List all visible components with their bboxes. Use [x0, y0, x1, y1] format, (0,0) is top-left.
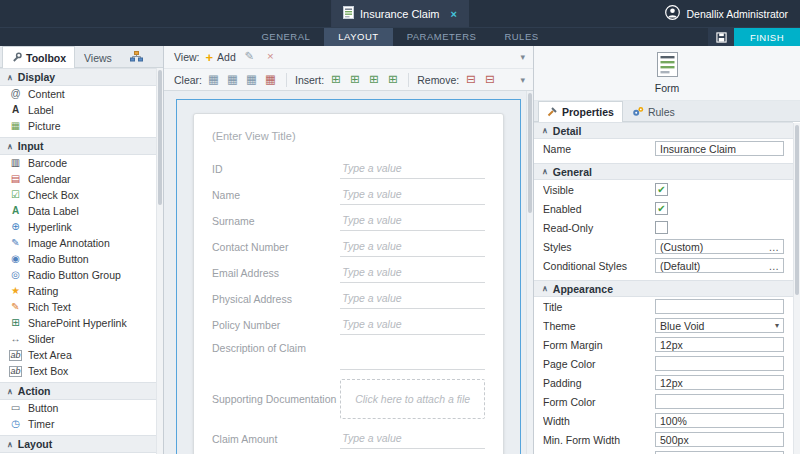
property-label: Theme	[543, 320, 649, 332]
page-color-input[interactable]	[655, 356, 784, 371]
toolbox-item-rating[interactable]: ★Rating	[0, 283, 156, 299]
min-form-width-input[interactable]: 500px	[655, 432, 784, 447]
toolbox-item-calendar[interactable]: ▤Calendar	[0, 171, 156, 187]
width-input[interactable]: 100%	[655, 413, 784, 428]
policy-number-input[interactable]: Type a value	[340, 316, 485, 335]
collapse-icon: ∧	[542, 126, 548, 135]
scrollbar-thumb[interactable]	[528, 93, 532, 213]
theme-select[interactable]: Blue Void▾	[655, 318, 784, 333]
toolbar-overflow-icon[interactable]: ▾	[520, 52, 525, 62]
toolbar-overflow-icon[interactable]: ▾	[520, 75, 525, 85]
clear-row-icon[interactable]: ▦	[206, 74, 221, 86]
toolbox-item-image-annotation[interactable]: ✎Image Annotation	[0, 235, 156, 251]
timer-icon: ◷	[9, 419, 22, 429]
toolbox-item-data-label[interactable]: AData Label	[0, 203, 156, 219]
scrollbar-thumb[interactable]	[795, 125, 799, 295]
nav-tab-general[interactable]: GENERAL	[247, 28, 324, 46]
attachment-dropzone[interactable]: Click here to attach a file	[340, 379, 485, 419]
tab-toolbox[interactable]: Toolbox	[2, 46, 75, 68]
clear-column-icon[interactable]: ▦	[225, 74, 240, 86]
toolbox-item-slider[interactable]: ↔Slider	[0, 331, 156, 347]
form-preview[interactable]: (Enter View Title) IDType a valueNameTyp…	[193, 113, 504, 454]
surname-input[interactable]: Type a value	[340, 212, 485, 231]
toolbox-item-barcode[interactable]: ▥Barcode	[0, 155, 156, 171]
radio-button-icon: ◉	[9, 254, 22, 264]
property-label: Width	[543, 415, 649, 427]
scrollbar-thumb[interactable]	[158, 70, 162, 205]
nav-tab-parameters[interactable]: PARAMETERS	[393, 28, 491, 46]
physical-address-input[interactable]: Type a value	[340, 290, 485, 309]
clear-cell-icon[interactable]: ▦	[244, 74, 259, 86]
id-input[interactable]: Type a value	[340, 160, 485, 179]
document-tab[interactable]: Insurance Claim ×	[331, 0, 469, 27]
enabled-checkbox[interactable]: ✔	[655, 202, 668, 215]
remove-column-icon[interactable]: ⊟	[482, 74, 497, 86]
padding-input[interactable]: 12px	[655, 375, 784, 390]
toolbox-item-label[interactable]: ALabel	[0, 102, 156, 118]
styles-input[interactable]: (Custom)…	[655, 239, 784, 254]
properties-section-appearance[interactable]: ∧Appearance	[534, 280, 793, 297]
remove-row-icon[interactable]: ⊟	[463, 74, 478, 86]
tab-hierarchy[interactable]	[121, 46, 152, 68]
toolbox-item-rich-text[interactable]: ✎Rich Text	[0, 299, 156, 315]
finish-button[interactable]: FINISH	[734, 28, 800, 47]
tab-rules[interactable]: Rules	[623, 101, 684, 122]
toolbox-item-picture[interactable]: ▦Picture	[0, 118, 156, 134]
insert-row-below-icon[interactable]: ⊞	[347, 74, 362, 86]
property-row-styles: Styles(Custom)…	[534, 237, 793, 256]
read-only-checkbox[interactable]	[655, 221, 668, 234]
toolbox-item-check-box[interactable]: ☑Check Box	[0, 187, 156, 203]
section-title: Layout	[18, 438, 52, 450]
description-of-claim-input[interactable]	[340, 342, 485, 370]
toolbox-section-action[interactable]: ∧Action	[0, 382, 156, 400]
toolbox-item-button[interactable]: ▭Button	[0, 400, 156, 416]
properties-section-detail[interactable]: ∧Detail	[534, 122, 793, 139]
contact-number-input[interactable]: Type a value	[340, 238, 485, 257]
visible-checkbox[interactable]: ✔	[655, 183, 668, 196]
toolbox-scrollbar[interactable]	[156, 68, 163, 454]
toolbox-section-display[interactable]: ∧Display	[0, 68, 156, 86]
tab-properties[interactable]: Properties	[538, 101, 623, 122]
insert-column-right-icon[interactable]: ⊞	[385, 74, 400, 86]
toolbox-item-text-area[interactable]: abText Area	[0, 347, 156, 363]
insert-row-above-icon[interactable]: ⊞	[328, 74, 343, 86]
toolbox-item-radio-button-group[interactable]: ◎Radio Button Group	[0, 267, 156, 283]
ellipsis-button[interactable]: …	[765, 260, 780, 272]
toolbox-item-hyperlink[interactable]: ⊕Hyperlink	[0, 219, 156, 235]
name-input[interactable]: Type a value	[340, 186, 485, 205]
nav-tab-rules[interactable]: RULES	[490, 28, 552, 46]
nav-tab-layout[interactable]: LAYOUT	[324, 28, 392, 46]
conditional-styles-input[interactable]: (Default)…	[655, 258, 784, 273]
user-menu[interactable]: Denallix Administrator	[665, 5, 800, 22]
content-icon: @	[9, 89, 22, 99]
toolbox-section-input[interactable]: ∧Input	[0, 137, 156, 155]
edit-view-icon[interactable]: ✎	[242, 51, 257, 63]
close-tab-icon[interactable]: ×	[451, 8, 457, 20]
claim-amount-input[interactable]: Type a value	[340, 430, 485, 449]
property-control: ✔	[655, 202, 784, 215]
properties-scrollbar[interactable]	[793, 123, 800, 454]
save-button[interactable]	[708, 28, 734, 47]
toolbox-item-sharepoint-hyperlink[interactable]: ⊞SharePoint Hyperlink	[0, 315, 156, 331]
design-canvas[interactable]: (Enter View Title) IDType a valueNameTyp…	[176, 99, 521, 454]
delete-view-icon[interactable]: ×	[263, 51, 278, 63]
email-address-input[interactable]: Type a value	[340, 264, 485, 283]
insert-column-left-icon[interactable]: ⊞	[366, 74, 381, 86]
toolbox-item-content[interactable]: @Content	[0, 86, 156, 102]
toolbox-item-text-box[interactable]: abText Box	[0, 363, 156, 379]
toolbox-item-timer[interactable]: ◷Timer	[0, 416, 156, 432]
tab-views[interactable]: Views	[75, 46, 121, 68]
clear-table-icon[interactable]: ▦	[263, 74, 278, 86]
properties-section-general[interactable]: ∧General	[534, 163, 793, 180]
title-input[interactable]	[655, 299, 784, 314]
ellipsis-button[interactable]: …	[765, 241, 780, 253]
form-margin-input[interactable]: 12px	[655, 337, 784, 352]
calendar-icon: ▤	[9, 174, 22, 184]
canvas-scrollbar[interactable]	[526, 91, 533, 454]
name-input[interactable]: Insurance Claim	[655, 141, 784, 156]
view-title-placeholder[interactable]: (Enter View Title)	[212, 130, 485, 142]
add-view-button[interactable]: + Add	[206, 51, 236, 64]
toolbox-item-radio-button[interactable]: ◉Radio Button	[0, 251, 156, 267]
toolbox-section-layout[interactable]: ∧Layout	[0, 435, 156, 453]
form-color-input[interactable]	[655, 394, 784, 409]
